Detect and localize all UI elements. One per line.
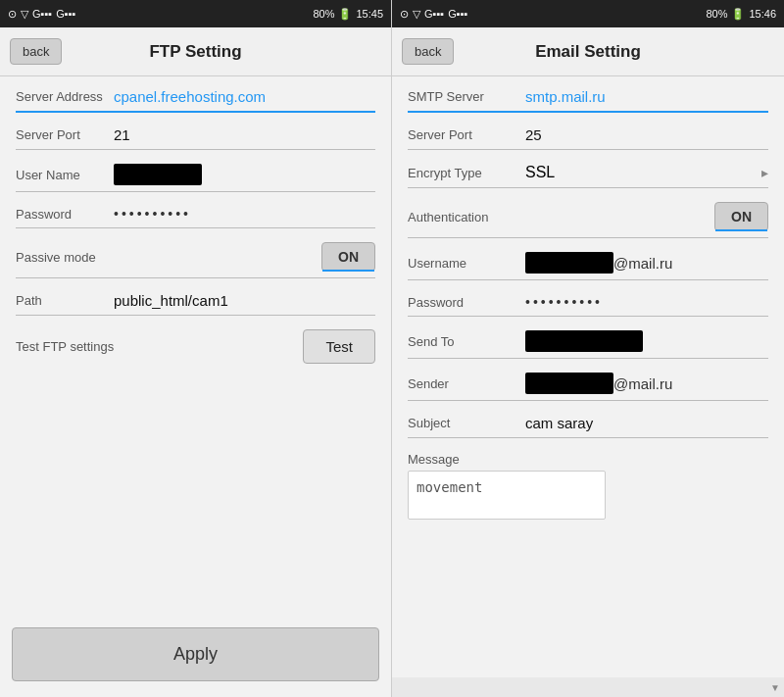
email-server-port-row: Server Port [408,126,768,150]
send-to-masked [525,330,643,352]
test-ftp-label: Test FTP settings [16,339,114,354]
status-right-right: 80% 🔋 15:46 [706,8,776,21]
server-port-label: Server Port [16,127,104,142]
ftp-form-content: Server Address Server Port User Name Pas… [0,76,391,620]
clock-left: 15:45 [356,8,383,20]
username-masked [114,164,202,185]
ftp-settings-panel: ⊙ ▽ G▪▪▪ G▪▪▪ 80% 🔋 15:45 back FTP Setti… [0,0,392,697]
apply-container: Apply [0,620,391,697]
server-port-row: Server Port [16,126,375,150]
status-right-icons: ⊙ ▽ G▪▪▪ G▪▪▪ [400,8,468,21]
test-ftp-button[interactable]: Test [303,329,375,364]
passive-mode-label: Passive mode [16,250,104,265]
email-username-suffix: @mail.ru [613,255,672,272]
battery-percent-r: 80% [706,8,727,20]
wifi-icon: ▽ [21,8,28,21]
subject-row: Subject [408,415,768,438]
status-bar-right: ⊙ ▽ G▪▪▪ G▪▪▪ 80% 🔋 15:46 [392,0,784,27]
battery-percent: 80% [313,8,334,20]
email-password-masked: •••••••••• [525,294,603,310]
title-bar-left: back FTP Setting [0,27,391,76]
passive-mode-row: Passive mode ON [16,242,375,278]
signal-icon: G▪▪▪ [32,8,52,20]
bottom-strip: ▼ [392,677,784,697]
subject-label: Subject [408,416,515,430]
smtp-server-input[interactable] [525,88,768,105]
encrypt-type-label: Encrypt Type [408,166,515,180]
send-to-row: Send To [408,330,768,359]
encrypt-type-value[interactable]: SSL ▸ [525,164,768,181]
alarm-icon: ⊙ [8,8,17,21]
test-ftp-row: Test FTP settings Test [16,329,375,370]
sender-row: Sender @mail.ru [408,373,768,401]
signal2-icon-r: G▪▪▪ [448,8,467,20]
email-password-label: Password [408,295,515,310]
alarm-icon-r: ⊙ [400,8,409,21]
username-label: User Name [16,168,104,182]
email-server-port-label: Server Port [408,127,515,142]
smtp-server-label: SMTP Server [408,89,515,104]
status-right-info: 80% 🔋 15:45 [313,8,383,21]
signal-icon-r: G▪▪▪ [424,8,444,20]
email-settings-panel: ⊙ ▽ G▪▪▪ G▪▪▪ 80% 🔋 15:46 back Email Set… [392,0,784,697]
authentication-label: Authentication [408,210,515,224]
status-bar-left: ⊙ ▽ G▪▪▪ G▪▪▪ 80% 🔋 15:45 [0,0,391,27]
clock-right: 15:46 [749,8,776,20]
sender-suffix: @mail.ru [613,375,672,392]
path-row: Path [16,292,375,316]
status-left-icons: ⊙ ▽ G▪▪▪ G▪▪▪ [8,8,76,21]
password-label: Password [16,207,104,222]
scroll-hint-text: ▼ [770,682,780,693]
email-server-port-input[interactable] [525,126,768,143]
server-address-label: Server Address [16,89,104,104]
email-password-row: Password •••••••••• [408,294,768,317]
signal2-icon: G▪▪▪ [56,8,75,20]
authentication-toggle[interactable]: ON [714,202,768,231]
email-username-row: Username @mail.ru [408,252,768,280]
password-row: Password •••••••••• [16,206,375,228]
sender-label: Sender [408,376,515,391]
email-username-masked [525,252,613,274]
message-textarea[interactable]: movement [408,471,606,520]
authentication-row: Authentication ON [408,202,768,238]
smtp-server-row: SMTP Server [408,88,768,113]
password-masked: •••••••••• [114,206,191,222]
sender-masked [525,373,613,394]
title-bar-right: back Email Setting [392,27,784,76]
battery-icon-r: 🔋 [731,8,745,21]
apply-button[interactable]: Apply [12,627,379,681]
back-button-left[interactable]: back [10,38,62,65]
subject-input[interactable] [525,415,768,431]
dropdown-arrow-icon: ▸ [761,165,768,180]
server-address-row: Server Address [16,88,375,113]
back-button-right[interactable]: back [402,38,454,65]
server-address-input[interactable] [114,88,375,105]
wifi-icon-r: ▽ [413,8,420,21]
server-port-input[interactable] [114,126,375,143]
username-row: User Name [16,164,375,192]
passive-mode-toggle[interactable]: ON [321,242,375,272]
encrypt-type-text: SSL [525,164,555,181]
email-form-content: SMTP Server Server Port Encrypt Type SSL… [392,76,784,677]
send-to-label: Send To [408,334,515,349]
email-username-label: Username [408,256,515,271]
path-input[interactable] [114,292,375,309]
message-label: Message [408,452,515,467]
battery-icon: 🔋 [338,8,352,21]
encrypt-type-row: Encrypt Type SSL ▸ [408,164,768,188]
path-label: Path [16,293,104,308]
message-row: Message movement [408,452,768,529]
